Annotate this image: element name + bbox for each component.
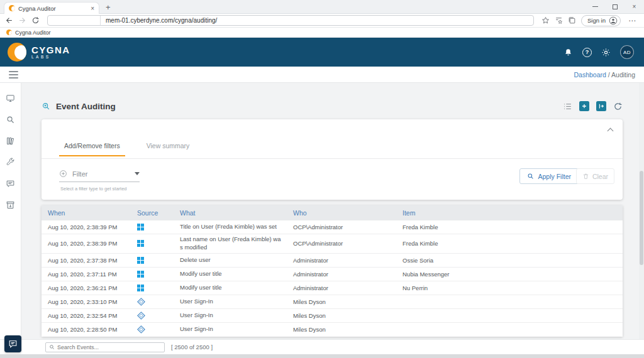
tabs-divider [42, 158, 623, 159]
table-row[interactable]: Aug 10, 2020, 2:37:11 PM Modify user tit… [42, 268, 623, 281]
site-info-zone[interactable] [53, 16, 101, 25]
column-header-item[interactable]: Item [396, 209, 623, 217]
refresh-button[interactable] [31, 16, 40, 24]
bookmark-cygna-auditor[interactable]: Cygna Auditor [6, 30, 51, 36]
sidebar-tools-wrench-icon[interactable] [6, 157, 16, 167]
chevron-up-icon [607, 128, 613, 134]
chat-icon [8, 339, 18, 349]
cell-source [131, 285, 174, 291]
cygna-logo-text[interactable]: CYGNA LABS [31, 45, 70, 60]
tab-add-remove-filters[interactable]: Add/Remove filters [59, 142, 125, 156]
url-input[interactable] [101, 17, 528, 24]
refresh-events-icon[interactable] [613, 102, 623, 111]
list-view-icon[interactable] [563, 102, 572, 111]
sign-in-label: Sign in [587, 17, 606, 24]
sidebar-search-icon[interactable] [6, 114, 16, 124]
collapse-panel-button[interactable] [606, 127, 614, 133]
search-events-input[interactable] [57, 344, 161, 350]
profile-icon [609, 16, 618, 25]
sidebar-messages-icon[interactable] [6, 178, 16, 188]
cell-who: OCP\Administrator [287, 240, 396, 247]
sidebar-library-icon[interactable] [6, 136, 16, 146]
search-events-box[interactable] [45, 342, 165, 352]
settings-gear-icon[interactable] [601, 48, 611, 57]
browser-toolbar: Sign in ⋯ [0, 14, 644, 28]
breadcrumb-separator: / [606, 71, 611, 79]
export-icon[interactable] [596, 101, 606, 111]
add-icon[interactable] [579, 101, 589, 111]
new-tab-button[interactable]: + [106, 3, 111, 12]
sign-in-button[interactable]: Sign in [581, 15, 621, 26]
scrollbar-thumb[interactable] [640, 171, 643, 265]
address-bar[interactable] [47, 15, 534, 26]
cell-when: Aug 10, 2020, 2:33:10 PM [42, 298, 131, 305]
cell-source [131, 240, 174, 247]
apply-filter-label: Apply Filter [538, 173, 571, 180]
page-title: Event Auditing [56, 102, 116, 111]
clear-filter-button[interactable]: Clear [576, 168, 614, 184]
cell-what: User Sign-In [174, 312, 287, 320]
cell-item: Freda Kimble [396, 240, 623, 247]
brand-subname: LABS [31, 55, 70, 60]
cell-source [131, 257, 174, 264]
sidebar-devices-icon[interactable] [6, 93, 16, 103]
cell-who: Miles Dyson [287, 312, 396, 319]
cell-item: Freda Kimble [396, 224, 623, 231]
cell-source [131, 271, 174, 278]
notifications-bell-icon[interactable] [564, 48, 573, 57]
back-button[interactable] [5, 16, 13, 24]
breadcrumb-dashboard-link[interactable]: Dashboard [574, 71, 606, 79]
apply-filter-button[interactable]: Apply Filter [519, 168, 579, 184]
search-icon [49, 344, 55, 350]
collections-icon[interactable] [568, 16, 576, 24]
forward-button[interactable] [18, 16, 26, 24]
column-header-when[interactable]: When [42, 209, 131, 217]
column-header-source[interactable]: Source [131, 209, 174, 217]
cygna-logo-icon[interactable] [8, 43, 26, 62]
table-row[interactable]: Aug 10, 2020, 2:38:39 PM Last name on Us… [42, 234, 623, 254]
table-row[interactable]: Aug 10, 2020, 2:37:38 PM Delete user Adm… [42, 254, 623, 268]
support-chat-button[interactable] [4, 335, 21, 352]
cell-source [131, 327, 174, 332]
tab-close-icon[interactable]: × [91, 5, 94, 12]
cell-what: Title on User (Freda Kimble) was set [174, 223, 287, 231]
cell-when: Aug 10, 2020, 2:28:50 PM [42, 326, 131, 333]
brand-name: CYGNA [31, 45, 70, 55]
hamburger-menu-icon[interactable] [9, 71, 18, 79]
page-scrollbar[interactable] [639, 83, 644, 354]
bookmarks-bar: Cygna Auditor [0, 28, 644, 38]
minimize-icon [592, 6, 598, 8]
cell-item: Nubia Messenger [396, 271, 623, 278]
sidebar-archive-icon[interactable] [6, 200, 16, 210]
column-header-who[interactable]: Who [287, 209, 396, 217]
left-sidebar [0, 83, 21, 339]
favorites-bar-icon[interactable] [555, 16, 563, 24]
window-close-button[interactable]: × [625, 0, 644, 13]
plus-circle-icon [59, 170, 67, 178]
table-row[interactable]: Aug 10, 2020, 2:33:10 PM User Sign-In Mi… [42, 295, 623, 309]
filter-type-select[interactable]: Filter [59, 170, 140, 182]
maximize-icon [613, 4, 618, 9]
window-minimize-button[interactable] [586, 0, 605, 13]
cell-source [131, 313, 174, 318]
browser-menu-button[interactable]: ⋯ [626, 16, 639, 25]
cell-when: Aug 10, 2020, 2:36:21 PM [42, 285, 131, 291]
filter-select-label: Filter [72, 170, 130, 178]
cygna-favicon [6, 30, 12, 35]
table-row[interactable]: Aug 10, 2020, 2:28:50 PM User Sign-In Mi… [42, 323, 623, 337]
table-row[interactable]: Aug 10, 2020, 2:32:54 PM User Sign-In Mi… [42, 309, 623, 323]
trash-icon [582, 173, 589, 180]
filter-helper-text: Select a filter type to get started [60, 186, 126, 192]
window-maximize-button[interactable] [605, 0, 625, 13]
favorites-star-icon[interactable] [541, 16, 550, 24]
table-row[interactable]: Aug 10, 2020, 2:38:39 PM Title on User (… [42, 220, 623, 234]
user-avatar[interactable]: AD [620, 45, 634, 59]
browser-tab[interactable]: Cygna Auditor × [4, 2, 99, 14]
cell-what: Delete user [174, 256, 287, 264]
cell-when: Aug 10, 2020, 2:37:38 PM [42, 257, 131, 264]
column-header-what[interactable]: What [174, 209, 287, 217]
tab-view-summary[interactable]: View summary [142, 142, 195, 156]
table-header-row: When Source What Who Item [42, 205, 623, 220]
table-row[interactable]: Aug 10, 2020, 2:36:21 PM Modify user tit… [42, 281, 623, 295]
help-icon[interactable]: ? [582, 48, 592, 57]
